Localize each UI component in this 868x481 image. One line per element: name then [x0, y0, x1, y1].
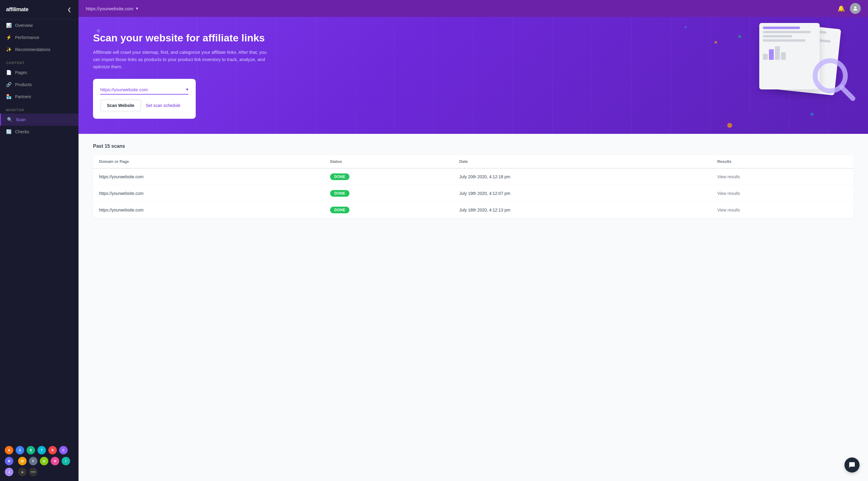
- sidebar-item-label: Partners: [15, 94, 31, 99]
- hero-section: Scan your website for affiliate links Af…: [79, 17, 868, 134]
- main-area: https://yourwebsite.com ▾ 🔔: [79, 0, 868, 481]
- avatar[interactable]: [850, 3, 861, 14]
- topbar: https://yourwebsite.com ▾ 🔔: [79, 0, 868, 17]
- scan-domain: https://yourwebsite.com: [93, 185, 324, 202]
- sidebar-item-partners[interactable]: 🏪 Partners: [0, 91, 79, 103]
- hero-illustration: [753, 23, 856, 108]
- partner-more-icon[interactable]: ●: [18, 468, 27, 476]
- partner-icon-w[interactable]: W: [18, 457, 27, 465]
- scan-results[interactable]: View results: [711, 168, 854, 185]
- table-row: https://yourwebsite.com DONE July 19th 2…: [93, 185, 854, 202]
- content-section-label: CONTENT: [0, 56, 79, 66]
- scan-domain: https://yourwebsite.com: [93, 168, 324, 185]
- sidebar-item-label: Pages: [15, 70, 27, 75]
- hero-description: Affilimate will crawl your sitemap, find…: [93, 49, 274, 70]
- partner-icon-f[interactable]: F: [29, 457, 37, 465]
- done-badge: DONE: [330, 207, 350, 213]
- scan-date: July 20th 2020, 4:12:18 pm: [453, 168, 711, 185]
- partner-icon-i[interactable]: I: [62, 457, 70, 465]
- magnify-glass-icon: [811, 56, 856, 101]
- dropdown-caret-icon: ▾: [186, 87, 188, 92]
- hero-buttons: Scan Website Set scan schedule: [100, 99, 188, 112]
- content-area: Past 15 scans Domain or Page Status Date…: [79, 134, 868, 481]
- scan-icon: 🔍: [7, 117, 12, 122]
- sidebar-item-label: Recommendations: [15, 47, 51, 52]
- sidebar-item-checks[interactable]: 🔄 Checks: [0, 126, 79, 138]
- url-selector[interactable]: https://yourwebsite.com ▾: [86, 6, 138, 11]
- notifications-button[interactable]: 🔔: [837, 5, 845, 12]
- checks-icon: 🔄: [6, 129, 11, 134]
- recommendations-icon: ✨: [6, 47, 11, 52]
- dropdown-icon: ▾: [136, 6, 138, 11]
- sidebar-item-products[interactable]: 🔗 Products: [0, 79, 79, 91]
- partner-icon-g[interactable]: G: [40, 457, 48, 465]
- partner-icon-r[interactable]: R: [48, 446, 57, 454]
- sidebar-item-label: Overview: [15, 23, 33, 28]
- partner-icon-c[interactable]: C: [59, 446, 68, 454]
- partner-icon-m[interactable]: M: [5, 457, 13, 465]
- svg-point-0: [855, 6, 857, 8]
- svg-line-3: [842, 87, 853, 98]
- monitor-section-label: MONITOR: [0, 103, 79, 114]
- partner-icon-j[interactable]: J: [5, 468, 13, 476]
- sidebar-item-overview[interactable]: 📊 Overview: [0, 19, 79, 31]
- hero-content: Scan your website for affiliate links Af…: [93, 32, 274, 119]
- url-value: https://yourwebsite.com: [100, 87, 148, 92]
- overview-icon: 📊: [6, 23, 11, 28]
- table-row: https://yourwebsite.com DONE July 18th 2…: [93, 202, 854, 218]
- sidebar-item-label: Checks: [15, 129, 29, 134]
- partner-icon-b[interactable]: B: [27, 446, 35, 454]
- table-row: https://yourwebsite.com DONE July 20th 2…: [93, 168, 854, 185]
- sidebar-item-pages[interactable]: 📄 Pages: [0, 66, 79, 79]
- scan-website-button[interactable]: Scan Website: [100, 99, 141, 112]
- col-results: Results: [711, 155, 854, 168]
- collapse-button[interactable]: ❮: [66, 5, 72, 13]
- view-results-link[interactable]: View results: [717, 208, 740, 212]
- pages-icon: 📄: [6, 70, 11, 75]
- sidebar-item-performance[interactable]: ⚡ Performance: [0, 31, 79, 43]
- col-date: Date: [453, 155, 711, 168]
- partner-icon-h[interactable]: H: [51, 457, 59, 465]
- partner-icon-s[interactable]: S: [16, 446, 24, 454]
- done-badge: DONE: [330, 190, 350, 197]
- col-domain: Domain or Page: [93, 155, 324, 168]
- sidebar-item-recommendations[interactable]: ✨ Recommendations: [0, 43, 79, 56]
- hero-title: Scan your website for affiliate links: [93, 32, 274, 44]
- scan-domain: https://yourwebsite.com: [93, 202, 324, 218]
- sidebar-item-scan[interactable]: 🔍 Scan: [0, 114, 79, 126]
- current-url: https://yourwebsite.com: [86, 6, 133, 11]
- scan-form: https://yourwebsite.com ▾ Scan Website S…: [93, 79, 196, 119]
- sidebar-item-label: Scan: [16, 117, 26, 122]
- sidebar-item-label: Performance: [15, 35, 39, 40]
- past-scans-title: Past 15 scans: [93, 144, 854, 149]
- partners-icon: 🏪: [6, 94, 11, 99]
- view-results-link[interactable]: View results: [717, 174, 740, 179]
- view-results-link[interactable]: View results: [717, 191, 740, 196]
- partner-icons-area: A S B T R C M W F G H I J ● •••: [0, 441, 79, 481]
- topbar-actions: 🔔: [837, 3, 861, 14]
- performance-icon: ⚡: [6, 35, 11, 40]
- scan-status: DONE: [324, 168, 453, 185]
- logo-text: affilimate: [6, 6, 28, 13]
- scan-status: DONE: [324, 185, 453, 202]
- done-badge: DONE: [330, 174, 350, 180]
- scan-date: July 18th 2020, 4:12:13 pm: [453, 202, 711, 218]
- partner-icon-t[interactable]: T: [37, 446, 46, 454]
- sidebar-logo-area: affilimate ❮: [0, 0, 79, 19]
- scan-results[interactable]: View results: [711, 185, 854, 202]
- scan-date: July 19th 2020, 4:12:07 pm: [453, 185, 711, 202]
- partner-icon-a[interactable]: A: [5, 446, 13, 454]
- scan-status: DONE: [324, 202, 453, 218]
- scans-table: Domain or Page Status Date Results https…: [93, 155, 854, 218]
- url-dropdown[interactable]: https://yourwebsite.com ▾: [100, 85, 188, 95]
- set-scan-schedule-link[interactable]: Set scan schedule: [146, 103, 180, 108]
- sidebar: affilimate ❮ 📊 Overview ⚡ Performance ✨ …: [0, 0, 79, 481]
- chat-bubble-button[interactable]: [844, 457, 860, 473]
- scan-results[interactable]: View results: [711, 202, 854, 218]
- sidebar-item-label: Products: [15, 82, 32, 87]
- partner-more-dots[interactable]: •••: [29, 468, 37, 476]
- products-icon: 🔗: [6, 82, 11, 87]
- col-status: Status: [324, 155, 453, 168]
